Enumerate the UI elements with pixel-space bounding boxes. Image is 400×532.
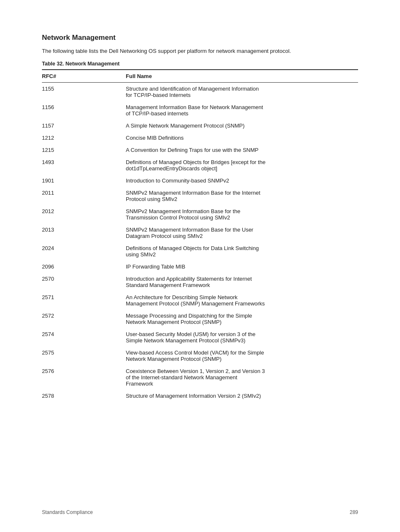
rfc-number: 2011: [42, 187, 126, 205]
rfc-number: 2013: [42, 224, 126, 242]
rfc-number: 1493: [42, 156, 126, 175]
table-header-row: RFC# Full Name: [42, 70, 358, 83]
col-header-rfc: RFC#: [42, 70, 126, 83]
page-footer: Standards Compliance 289: [42, 509, 358, 515]
table-row: 2576Coexistence Between Version 1, Versi…: [42, 365, 358, 390]
rfc-number: 2024: [42, 242, 126, 261]
rfc-number: 2575: [42, 347, 126, 365]
footer-right: 289: [350, 509, 358, 515]
rfc-fullname: IP Forwarding Table MIB: [126, 261, 358, 273]
rfc-fullname: Definitions of Managed Objects for Bridg…: [126, 156, 358, 175]
table-row: 2012SNMPv2 Management Information Base f…: [42, 205, 358, 224]
network-management-table: RFC# Full Name 1155Structure and Identif…: [42, 69, 358, 402]
rfc-fullname: SNMPv2 Management Information Base for t…: [126, 205, 358, 224]
rfc-number: 1215: [42, 144, 126, 156]
rfc-number: 2574: [42, 328, 126, 347]
footer-left: Standards Compliance: [42, 509, 93, 515]
rfc-number: 1901: [42, 175, 126, 187]
rfc-number: 2570: [42, 273, 126, 291]
rfc-fullname: Concise MIB Definitions: [126, 132, 358, 144]
rfc-fullname: View-based Access Control Model (VACM) f…: [126, 347, 358, 365]
table-row: 2570Introduction and Applicability State…: [42, 273, 358, 291]
intro-text: The following table lists the Dell Netwo…: [42, 48, 358, 54]
rfc-number: 1155: [42, 83, 126, 102]
table-caption: Table 32. Network Management: [42, 61, 358, 67]
table-row: 1901Introduction to Community-based SNMP…: [42, 175, 358, 187]
rfc-fullname: An Architecture for Describing Simple Ne…: [126, 291, 358, 310]
rfc-number: 2572: [42, 310, 126, 328]
table-row: 2574User-based Security Model (USM) for …: [42, 328, 358, 347]
col-header-fullname: Full Name: [126, 70, 358, 83]
rfc-number: 2571: [42, 291, 126, 310]
table-row: 1215A Convention for Defining Traps for …: [42, 144, 358, 156]
rfc-fullname: Management Information Base for Network …: [126, 101, 358, 120]
rfc-fullname: Introduction and Applicability Statement…: [126, 273, 358, 291]
rfc-fullname: SNMPv2 Management Information Base for t…: [126, 187, 358, 205]
table-row: 2024Definitions of Managed Objects for D…: [42, 242, 358, 261]
table-row: 2575View-based Access Control Model (VAC…: [42, 347, 358, 365]
rfc-number: 2096: [42, 261, 126, 273]
table-row: 1157A Simple Network Management Protocol…: [42, 120, 358, 132]
rfc-fullname: Structure and Identification of Manageme…: [126, 83, 358, 102]
table-row: 2572Message Processing and Dispatching f…: [42, 310, 358, 328]
rfc-fullname: Definitions of Managed Objects for Data …: [126, 242, 358, 261]
page-content: Network Management The following table l…: [0, 0, 400, 452]
table-row: 1155Structure and Identification of Mana…: [42, 83, 358, 102]
table-row: 1156Management Information Base for Netw…: [42, 101, 358, 120]
rfc-fullname: Structure of Management Information Vers…: [126, 390, 358, 402]
table-row: 2096IP Forwarding Table MIB: [42, 261, 358, 273]
section-title: Network Management: [42, 34, 358, 42]
rfc-number: 1157: [42, 120, 126, 132]
rfc-fullname: Message Processing and Dispatching for t…: [126, 310, 358, 328]
rfc-fullname: Introduction to Community-based SNMPv2: [126, 175, 358, 187]
table-row: 2571An Architecture for Describing Simpl…: [42, 291, 358, 310]
rfc-number: 1212: [42, 132, 126, 144]
table-row: 1493Definitions of Managed Objects for B…: [42, 156, 358, 175]
rfc-number: 2012: [42, 205, 126, 224]
rfc-fullname: A Convention for Defining Traps for use …: [126, 144, 358, 156]
rfc-fullname: Coexistence Between Version 1, Version 2…: [126, 365, 358, 390]
rfc-fullname: A Simple Network Management Protocol (SN…: [126, 120, 358, 132]
table-row: 2013SNMPv2 Management Information Base f…: [42, 224, 358, 242]
rfc-number: 2576: [42, 365, 126, 390]
rfc-number: 1156: [42, 101, 126, 120]
rfc-fullname: User-based Security Model (USM) for vers…: [126, 328, 358, 347]
rfc-fullname: SNMPv2 Management Information Base for t…: [126, 224, 358, 242]
table-row: 1212Concise MIB Definitions: [42, 132, 358, 144]
rfc-number: 2578: [42, 390, 126, 402]
table-row: 2011SNMPv2 Management Information Base f…: [42, 187, 358, 205]
table-row: 2578Structure of Management Information …: [42, 390, 358, 402]
